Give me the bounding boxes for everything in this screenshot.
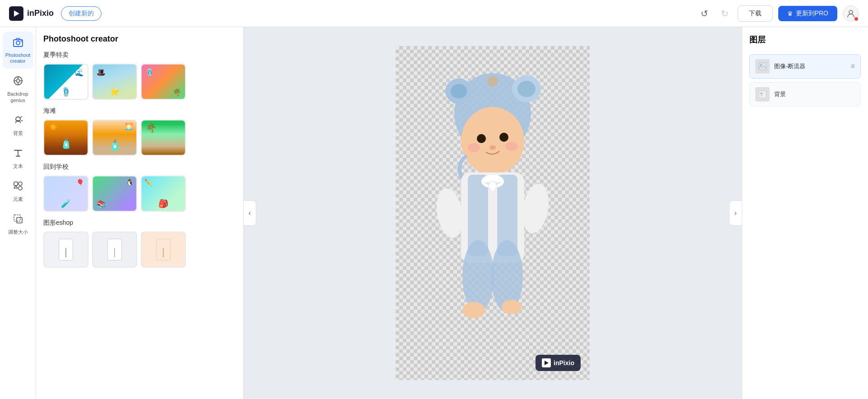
sidebar-item-photoshoot[interactable]: Photoshootcreator — [3, 32, 33, 69]
layers-panel: 图层 图像-断流器 ≡ 背景 — [742, 27, 868, 399]
undo-button[interactable]: ↺ — [697, 6, 712, 21]
collapse-left-button[interactable]: ‹ — [244, 200, 256, 226]
svg-rect-13 — [17, 218, 22, 223]
user-avatar-button[interactable] — [843, 5, 859, 22]
thumb-school-1[interactable]: 🧪 🎈 — [43, 176, 88, 212]
layer-background-name: 背景 — [774, 90, 855, 98]
panel-title: Photoshoot creator — [43, 34, 236, 44]
svg-point-20 — [461, 107, 524, 175]
sidebar-item-backdrop-label: Backdropgenius — [7, 91, 28, 103]
thumb-summer-2[interactable]: ⭐ 🎩 — [92, 64, 137, 100]
section-title-beach: 海滩 — [43, 107, 236, 115]
sidebar-item-elements-label: 元素 — [13, 196, 23, 202]
sidebar-item-resize-label: 调整大小 — [8, 229, 28, 235]
thumb-school-3[interactable]: 🎒 ✏️ — [141, 176, 186, 212]
svg-rect-9 — [14, 182, 18, 186]
canvas-frame: inPixio — [396, 46, 590, 380]
logo-text: inPixio — [27, 9, 54, 18]
logo-icon — [9, 6, 23, 21]
background-icon — [12, 114, 24, 129]
svg-marker-0 — [14, 10, 19, 17]
school-grid: 🧪 🎈 📚 🐧 🎒 ✏️ — [43, 176, 236, 212]
svg-point-21 — [477, 134, 486, 143]
watermark-text: inPixio — [554, 359, 574, 367]
layer-image-menu[interactable]: ≡ — [851, 62, 855, 70]
photoshoot-icon — [12, 36, 24, 51]
text-icon — [12, 147, 24, 162]
svg-point-32 — [462, 240, 494, 312]
svg-rect-37 — [759, 63, 766, 70]
summer-grid: 🩴 🌊 ⭐ 🎩 🌴 🩴 — [43, 64, 236, 100]
watermark: inPixio — [536, 355, 581, 371]
thumb-summer-1[interactable]: 🩴 🌊 — [43, 64, 88, 100]
thumb-eshop-2[interactable] — [92, 232, 137, 268]
collapse-right-button[interactable]: › — [729, 200, 742, 226]
watermark-logo-icon — [542, 358, 551, 367]
sidebar-item-background-label: 背景 — [13, 130, 23, 136]
svg-point-16 — [451, 84, 467, 98]
svg-rect-11 — [18, 186, 22, 190]
svg-point-34 — [462, 302, 485, 318]
layer-item-background[interactable]: 背景 — [749, 82, 861, 107]
svg-rect-12 — [14, 215, 20, 221]
thumb-beach-3[interactable]: 🌴 — [141, 120, 186, 156]
sidebar-icons: Photoshootcreator Backdropgenius 背景 — [0, 27, 36, 399]
upgrade-pro-button[interactable]: ♛ 更新到PRO — [778, 6, 837, 21]
svg-point-19 — [487, 76, 498, 87]
svg-point-1 — [849, 10, 853, 14]
elements-icon — [12, 180, 24, 195]
svg-point-24 — [505, 142, 518, 151]
thumb-eshop-1[interactable] — [43, 232, 88, 268]
main-layout: Photoshootcreator Backdropgenius 背景 — [0, 27, 868, 399]
backdrop-icon — [12, 75, 24, 89]
baby-image — [407, 60, 578, 367]
svg-point-10 — [18, 182, 22, 186]
main-image-container — [396, 46, 590, 380]
thumb-summer-3[interactable]: 🌴 🩴 — [141, 64, 186, 100]
header: inPixio 创建新的 ↺ ↻ 下载 ♛ 更新到PRO — [0, 0, 868, 27]
sidebar-item-elements[interactable]: 元素 — [3, 176, 33, 207]
svg-marker-36 — [545, 361, 549, 365]
svg-point-3 — [16, 41, 20, 45]
svg-point-25 — [489, 145, 496, 150]
person-icon — [846, 9, 855, 18]
canvas-area: ‹ — [244, 27, 742, 399]
svg-rect-39 — [759, 91, 766, 98]
sidebar-item-backdrop[interactable]: Backdropgenius — [3, 70, 33, 107]
layer-background-thumb — [755, 87, 770, 102]
download-button[interactable]: 下载 — [738, 5, 773, 22]
layer-image-thumb — [755, 59, 770, 74]
thumb-beach-1[interactable]: 🧴 ☀️ — [43, 120, 88, 156]
svg-point-7 — [16, 79, 20, 83]
create-new-button[interactable]: 创建新的 — [61, 6, 102, 21]
thumb-beach-2[interactable]: 🧴 🌅 — [92, 120, 137, 156]
logo: inPixio — [9, 6, 54, 21]
layer-image-name: 图像-断流器 — [774, 62, 846, 70]
section-title-summer: 夏季特卖 — [43, 51, 236, 59]
thumb-eshop-3[interactable] — [141, 232, 186, 268]
layers-panel-title: 图层 — [749, 34, 861, 45]
sidebar-item-text-label: 文本 — [13, 163, 23, 169]
sidebar-item-photoshoot-label: Photoshootcreator — [5, 52, 31, 64]
svg-point-18 — [517, 81, 536, 97]
svg-point-38 — [760, 64, 762, 66]
resize-icon — [12, 213, 24, 227]
sidebar-item-text[interactable]: 文本 — [3, 143, 33, 174]
header-actions: ↺ ↻ 下载 ♛ 更新到PRO — [697, 5, 859, 22]
sidebar-item-resize[interactable]: 调整大小 — [3, 209, 33, 240]
template-panel: Photoshoot creator 夏季特卖 🩴 🌊 ⭐ 🎩 🌴 🩴 — [36, 27, 244, 399]
svg-point-22 — [499, 133, 508, 142]
svg-point-23 — [467, 143, 480, 152]
eshop-grid — [43, 232, 236, 268]
svg-point-35 — [502, 300, 522, 314]
crown-icon: ♛ — [787, 10, 793, 17]
beach-grid: 🧴 ☀️ 🧴 🌅 🌴 — [43, 120, 236, 156]
notification-dot — [854, 17, 859, 21]
thumb-school-2[interactable]: 📚 🐧 — [92, 176, 137, 212]
sidebar-item-background[interactable]: 背景 — [3, 110, 33, 141]
section-title-school: 回到学校 — [43, 163, 236, 171]
layer-item-image[interactable]: 图像-断流器 ≡ — [749, 54, 861, 79]
svg-point-5 — [20, 41, 22, 42]
svg-rect-4 — [16, 38, 20, 40]
redo-button[interactable]: ↻ — [717, 6, 732, 21]
